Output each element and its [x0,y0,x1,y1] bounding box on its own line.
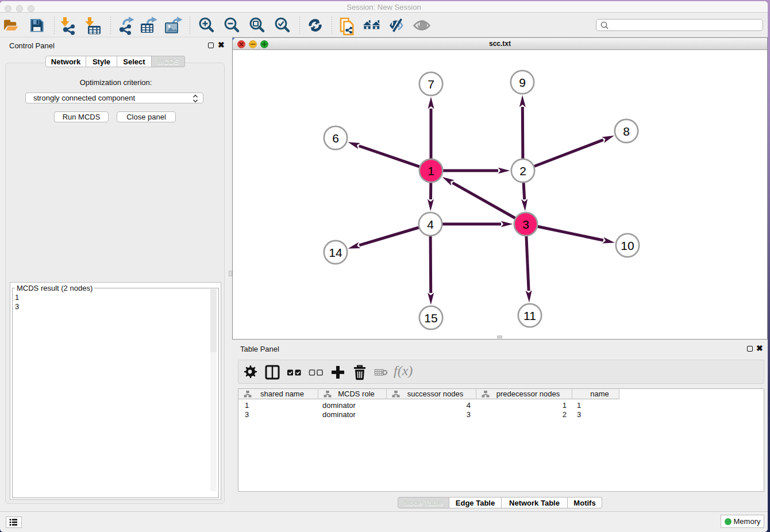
svg-text:8: 8 [623,125,630,138]
svg-text:9: 9 [519,76,526,89]
svg-text:15: 15 [424,311,437,325]
svg-text:10: 10 [621,239,634,252]
svg-text:3: 3 [522,218,529,231]
svg-text:7: 7 [428,78,434,91]
svg-text:14: 14 [329,246,342,259]
svg-text:4: 4 [427,218,434,231]
svg-text:11: 11 [523,309,536,322]
svg-text:6: 6 [332,132,339,145]
svg-text:1: 1 [428,164,434,178]
svg-text:2: 2 [519,164,526,178]
